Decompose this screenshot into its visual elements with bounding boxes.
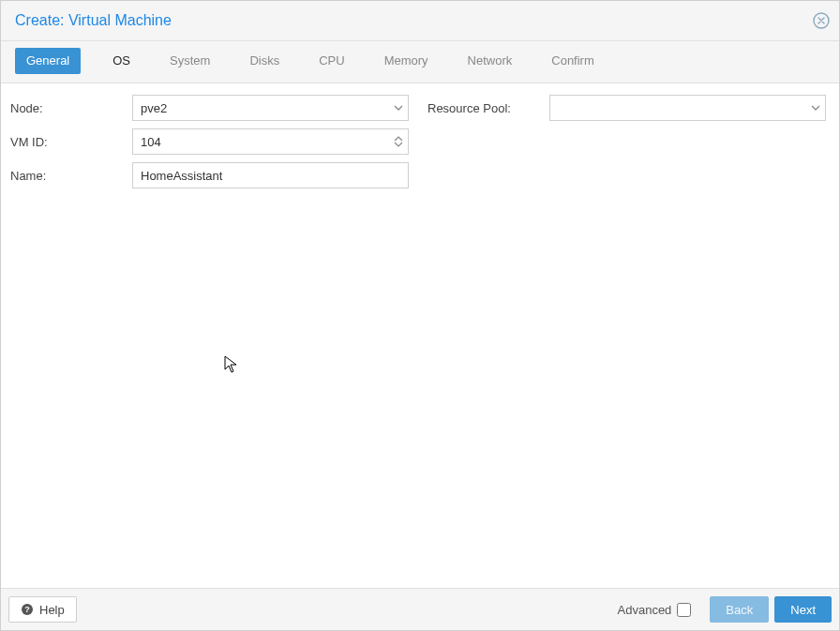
spinner-icon[interactable]	[390, 129, 408, 154]
help-button[interactable]: ? Help	[8, 596, 77, 623]
tab-cpu[interactable]: CPU	[311, 48, 352, 74]
next-button[interactable]: Next	[774, 596, 832, 623]
left-column: Node: VM ID: Name:	[10, 95, 409, 188]
create-vm-wizard-window: Create: Virtual Machine General OS Syste…	[0, 0, 840, 631]
pool-label: Resource Pool:	[428, 101, 549, 115]
name-field[interactable]	[132, 162, 409, 188]
advanced-checkbox[interactable]	[677, 603, 691, 617]
tab-system[interactable]: System	[162, 48, 218, 74]
vmid-label: VM ID:	[10, 135, 132, 149]
tab-memory[interactable]: Memory	[377, 48, 436, 74]
vmid-input[interactable]	[133, 129, 390, 154]
tab-general[interactable]: General	[15, 48, 81, 74]
vmid-field[interactable]	[132, 128, 409, 155]
chevron-down-icon[interactable]	[807, 96, 825, 120]
wizard-body: Node: VM ID: Name: Resource Poo	[1, 83, 839, 588]
node-label: Node:	[10, 101, 132, 115]
close-icon[interactable]	[813, 12, 830, 29]
help-icon: ?	[21, 603, 34, 616]
node-input[interactable]	[133, 96, 390, 120]
name-label: Name:	[10, 169, 132, 183]
right-column: Resource Pool:	[428, 95, 826, 121]
advanced-toggle[interactable]: Advanced	[618, 603, 692, 617]
titlebar: Create: Virtual Machine	[1, 1, 839, 41]
pool-field[interactable]	[549, 95, 826, 121]
window-title: Create: Virtual Machine	[15, 12, 172, 29]
help-label: Help	[39, 603, 65, 617]
tab-confirm[interactable]: Confirm	[544, 48, 602, 74]
svg-text:?: ?	[24, 605, 30, 614]
back-button[interactable]: Back	[710, 596, 769, 623]
wizard-tabs: General OS System Disks CPU Memory Netwo…	[1, 41, 839, 83]
wizard-footer: ? Help Advanced Back Next	[1, 588, 839, 630]
pool-input[interactable]	[550, 96, 807, 120]
cursor-icon	[224, 355, 239, 377]
chevron-down-icon[interactable]	[390, 96, 408, 120]
tab-os[interactable]: OS	[105, 48, 138, 74]
tab-network[interactable]: Network	[460, 48, 520, 74]
advanced-label: Advanced	[618, 603, 672, 617]
tab-disks[interactable]: Disks	[242, 48, 287, 74]
name-input[interactable]	[133, 163, 408, 188]
node-field[interactable]	[132, 95, 409, 121]
